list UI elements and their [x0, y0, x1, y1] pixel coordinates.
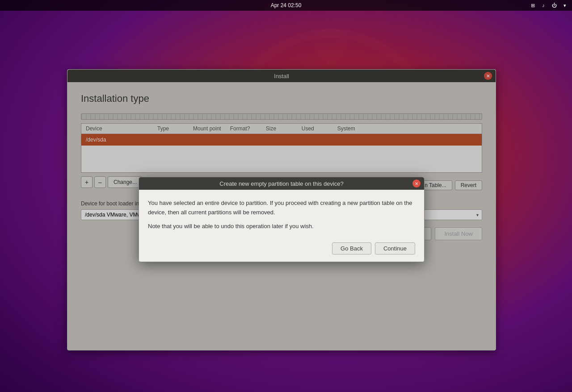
topbar-datetime: Apr 24 02:50: [271, 2, 302, 8]
dialog-body-line2: Note that you will be able to undo this …: [148, 222, 415, 231]
svg-point-1: [314, 28, 348, 62]
go-back-button[interactable]: Go Back: [332, 242, 371, 254]
network-icon[interactable]: ⊞: [529, 2, 536, 9]
system-menu-icon[interactable]: ▾: [561, 2, 568, 9]
partition-dialog: Create new empty partition table on this…: [139, 177, 425, 262]
install-window: Install ✕ Installation type Device Type …: [67, 69, 496, 350]
volume-icon[interactable]: ♪: [540, 2, 547, 9]
dialog-title: Create new empty partition table on this…: [219, 180, 344, 187]
dialog-body-line1: You have selected an entire device to pa…: [148, 199, 415, 217]
dialog-close-button[interactable]: ✕: [412, 179, 421, 188]
continue-button[interactable]: Continue: [375, 242, 415, 254]
dialog-body: You have selected an entire device to pa…: [139, 190, 424, 242]
power-icon[interactable]: ⏻: [551, 2, 558, 9]
topbar: Apr 24 02:50 ⊞ ♪ ⏻ ▾: [0, 0, 572, 11]
dialog-actions: Go Back Continue: [139, 242, 424, 262]
topbar-right-icons: ⊞ ♪ ⏻ ▾: [529, 2, 568, 9]
datetime-label: Apr 24 02:50: [271, 2, 302, 8]
dialog-title-bar: Create new empty partition table on this…: [139, 177, 424, 190]
